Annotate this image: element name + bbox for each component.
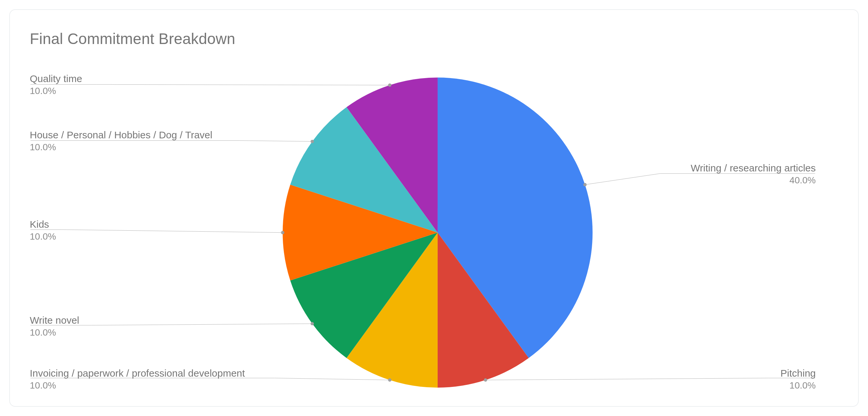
- leader-line: [62, 230, 283, 233]
- leader-line: [275, 378, 390, 380]
- leader-line: [96, 84, 390, 85]
- pie-chart: [10, 10, 858, 406]
- leader-line: [91, 324, 312, 325]
- leader-line: [585, 173, 660, 185]
- leader-line: [486, 378, 769, 380]
- chart-card: Final Commitment Breakdown Writing / res…: [9, 9, 859, 407]
- leader-line: [240, 141, 312, 142]
- page: Final Commitment Breakdown Writing / res…: [0, 0, 868, 416]
